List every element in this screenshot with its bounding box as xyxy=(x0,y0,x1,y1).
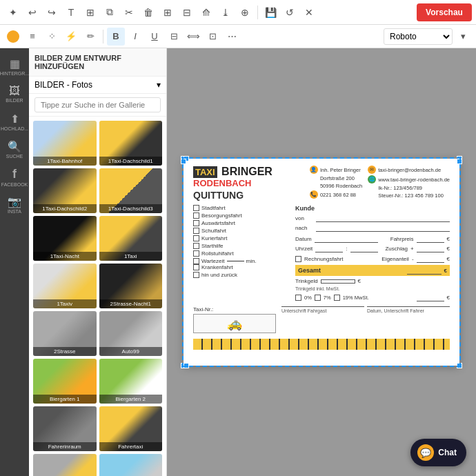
gallery-search-input[interactable] xyxy=(34,97,161,112)
sidebar-item-instagram[interactable]: 📷 INSTA xyxy=(2,192,27,217)
fmt-underline[interactable]: U xyxy=(146,28,163,46)
taxi-square: TAXI xyxy=(193,166,217,178)
list-item[interactable]: 1Taxi-Bahnhof xyxy=(33,121,97,166)
tb-btn-forward[interactable]: ⟰ xyxy=(197,3,215,21)
tb-btn-cut[interactable]: ✂ xyxy=(120,3,138,21)
list-item[interactable]: 1Taxi xyxy=(99,216,163,261)
tb-btn-text[interactable]: T xyxy=(62,3,80,21)
tb-btn-undo[interactable]: ↩ xyxy=(23,3,41,21)
service-wartezeit: Wartezeit min. xyxy=(193,258,290,264)
rechnungsfahrt-label: Rechnungsfahrt xyxy=(304,256,343,262)
fmt-lightning[interactable]: ⚡ xyxy=(62,28,80,46)
list-item[interactable]: 1Taxiv xyxy=(33,264,97,308)
search-label: SUCHE xyxy=(6,154,23,159)
checkbox[interactable] xyxy=(193,205,199,211)
mwst-7-checkbox[interactable] xyxy=(315,295,321,301)
brand-taxi-text: TAXI BRINGER xyxy=(193,166,272,178)
sidebar-item-upload[interactable]: ⬆ HOCHLAD... xyxy=(2,109,27,134)
list-item[interactable]: Fahrertaxi xyxy=(99,406,163,451)
fmt-box[interactable]: ⊡ xyxy=(204,28,221,46)
list-item[interactable]: Biergarten 2 xyxy=(99,359,163,404)
checkbox[interactable] xyxy=(193,243,199,249)
list-item[interactable]: 2Strasse-Nacht1 xyxy=(99,264,163,308)
fahrpreis-label: Fahrpreis xyxy=(390,236,414,242)
checkbox[interactable] xyxy=(193,272,199,278)
font-selector[interactable]: Roboto xyxy=(384,28,453,45)
selection-handle-mr[interactable] xyxy=(457,159,462,164)
service-label: Kurierfahrt xyxy=(201,235,227,241)
list-item[interactable]: 2Strasse xyxy=(33,311,97,356)
fmt-justify[interactable]: ⟺ xyxy=(184,28,202,46)
checkbox[interactable] xyxy=(193,258,199,264)
image-label: Fahrerinraum xyxy=(33,442,97,451)
tb-btn-ungroup[interactable]: ⊟ xyxy=(178,3,196,21)
receipt-header: TAXI BRINGER RODENBACH QUITTUNG 👤 Inh. P… xyxy=(193,166,450,201)
contact-phone-text: 0221 368 62 88 xyxy=(320,192,356,198)
search-icon: 🔍 xyxy=(8,140,21,153)
tb-btn-refresh[interactable]: ↺ xyxy=(281,3,299,21)
document[interactable]: TAXI BRINGER RODENBACH QUITTUNG 👤 Inh. P… xyxy=(184,159,459,366)
image-label: Auto99 xyxy=(99,347,163,356)
tb-btn-copy2[interactable]: ⧉ xyxy=(101,3,119,21)
tb-btn-save[interactable]: 💾 xyxy=(261,3,279,21)
tb-btn-back[interactable]: ⤓ xyxy=(217,3,235,21)
list-item[interactable]: Flughafen xyxy=(99,454,163,476)
mwst-0-checkbox[interactable] xyxy=(295,295,301,301)
right-col: Kunde von nach xyxy=(295,205,450,304)
tb-btn-close[interactable]: ✕ xyxy=(300,3,318,21)
list-item[interactable]: 1Taxi-Dachschild1 xyxy=(99,121,163,166)
uhrzeit-label: Uhrzeit xyxy=(295,246,313,252)
canvas-area: TAXI BRINGER RODENBACH QUITTUNG 👤 Inh. P… xyxy=(167,48,476,476)
tb-btn-redo[interactable]: ↪ xyxy=(43,3,61,21)
list-item[interactable]: 1Taxi-Dachschild3 xyxy=(99,168,163,213)
fmt-grid[interactable]: ⁘ xyxy=(43,28,61,46)
checkbox[interactable] xyxy=(193,212,199,219)
list-item[interactable]: Auto99 xyxy=(99,311,163,356)
list-item[interactable]: Fahrer TaxiPassag... xyxy=(33,454,97,476)
contact-name: 👤 Inh. Peter Bringer xyxy=(310,166,362,174)
checkbox[interactable] xyxy=(193,228,199,234)
facebook-label: FACEBOOK xyxy=(1,182,28,187)
tb-btn-wix[interactable]: ✦ xyxy=(4,3,22,21)
rechnungsfahrt-checkbox[interactable] xyxy=(295,256,301,262)
service-start: Starthilfe xyxy=(193,243,290,249)
fmt-more[interactable]: ⋯ xyxy=(223,28,241,46)
euro3: € xyxy=(447,256,450,262)
chat-button[interactable]: 💬 Chat xyxy=(410,439,466,466)
color-picker-button[interactable] xyxy=(4,28,22,46)
tb-btn-group[interactable]: ⊞ xyxy=(159,3,177,21)
contact-phone: 📞 0221 368 62 88 xyxy=(310,190,362,199)
list-item[interactable]: Fahrerinraum xyxy=(33,406,97,451)
selection-handle-bm[interactable] xyxy=(184,363,189,368)
fmt-dropdown-arrow[interactable]: ▾ xyxy=(454,28,472,46)
checkbox[interactable] xyxy=(193,220,199,226)
sidebar-item-images[interactable]: 🖼 BILDER xyxy=(2,81,27,106)
checkbox[interactable] xyxy=(193,235,199,241)
fmt-align-left[interactable]: ≡ xyxy=(23,28,41,46)
sidebar-item-background[interactable]: ▦ HINTERGR... xyxy=(2,54,27,79)
wartezeit-label: Wartezeit xyxy=(201,258,225,264)
fmt-italic[interactable]: I xyxy=(126,28,144,46)
tb-btn-insert[interactable]: ⊞ xyxy=(81,3,99,21)
checkbox[interactable] xyxy=(193,264,199,270)
sidebar-item-facebook[interactable]: f FACEBOOK xyxy=(2,164,27,189)
list-item[interactable]: Biergarten 1 xyxy=(33,359,97,404)
taxi-car-icon: 🚕 xyxy=(227,316,242,331)
checkbox[interactable] xyxy=(193,250,199,257)
colon: : xyxy=(346,246,347,252)
image-label: 1Taxi-Dachschild3 xyxy=(99,204,163,213)
preview-button[interactable]: Vorschau xyxy=(417,3,472,21)
fmt-bold[interactable]: B xyxy=(107,28,125,46)
fmt-edit[interactable]: ✏ xyxy=(81,28,99,46)
sidebar-item-search[interactable]: 🔍 SUCHE xyxy=(2,137,27,161)
fmt-align[interactable]: ⊟ xyxy=(165,28,183,46)
selection-handle-ml[interactable] xyxy=(181,159,186,164)
list-item[interactable]: 1Taxi-Dachschild2 xyxy=(33,168,97,213)
selection-handle-br[interactable] xyxy=(457,363,462,368)
tb-btn-plus[interactable]: ⊕ xyxy=(236,3,254,21)
tb-btn-delete[interactable]: 🗑 xyxy=(139,3,157,21)
main-area: ▦ HINTERGR... 🖼 BILDER ⬆ HOCHLAD... 🔍 SU… xyxy=(0,48,476,476)
mwst-19-checkbox[interactable] xyxy=(334,295,340,301)
category-dropdown[interactable]: BILDER - Fotos ▾ xyxy=(29,77,166,94)
list-item[interactable]: 1Taxi-Nacht xyxy=(33,216,97,261)
